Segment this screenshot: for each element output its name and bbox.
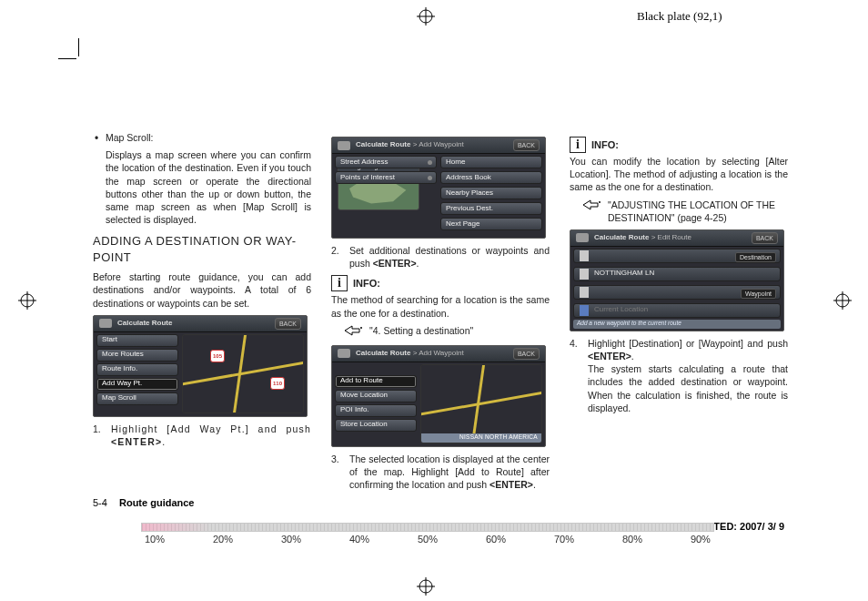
nav-btn-route-info: Route Info.: [96, 363, 178, 376]
step-number: 4.: [570, 337, 582, 362]
disc-icon: [338, 141, 350, 150]
nav-screenshot-4: Calculate Route > Edit Route BACK + Dest…: [570, 229, 784, 331]
result-text: The system starts calculating a route th…: [588, 362, 788, 414]
disc-icon: [576, 233, 589, 242]
step-text: Highlight [Destination] or [Waypoint] an…: [588, 337, 788, 362]
info-body: The method of searching for a location i…: [331, 293, 550, 319]
cross-reference: "ADJUSTING THE LOCATION OF THE DESTINATI…: [582, 199, 788, 224]
page-content: Map Scroll: Displays a map screen where …: [64, 44, 804, 563]
registration-mark: [833, 291, 852, 310]
route-row: + Waypoint: [573, 285, 781, 300]
route-shield: 110: [270, 377, 285, 390]
route-row: NOTTINGHAM LN: [573, 267, 781, 281]
disc-icon: [99, 319, 112, 328]
info-icon: i: [331, 275, 348, 291]
bullet-title: Map Scroll:: [106, 131, 311, 144]
nav-breadcrumb: Calculate Route > Add Waypoint: [356, 140, 508, 150]
nav-hint: Add a new waypoint to the current route: [573, 320, 781, 329]
disc-icon: [338, 349, 350, 358]
percent-labels: 10% 20% 30% 40% 50% 60% 70% 80% 90%: [141, 534, 714, 545]
nav-breadcrumb: Calculate Route > Edit Route: [594, 233, 746, 243]
svg-point-12: [360, 327, 362, 329]
footer-left: 5-4 Route guidance: [93, 497, 194, 508]
nav-map: NISSAN NORTH AMERICA: [420, 364, 542, 443]
route-row: + Destination: [573, 249, 781, 263]
back-button: BACK: [275, 318, 301, 330]
percent-bar: 10% 20% 30% 40% 50% 60% 70% 80% 90%: [141, 523, 714, 546]
back-button: BACK: [752, 232, 778, 244]
step-number: 2.: [331, 244, 344, 270]
info-heading: i INFO:: [570, 137, 788, 153]
pointer-icon: [582, 199, 602, 214]
nav-banner: NISSAN NORTH AMERICA: [421, 433, 541, 443]
nav-btn-start: Start: [96, 334, 178, 347]
back-button: BACK: [513, 348, 540, 360]
flag-icon: [580, 269, 589, 280]
step-text: The selected location is displayed at th…: [349, 453, 550, 492]
svg-point-13: [599, 201, 601, 203]
nav-btn-nearby-places: Nearby Places: [440, 187, 542, 199]
nav-screenshot-2: Calculate Route > Add Waypoint BACK Chan…: [331, 137, 546, 239]
nav-btn-previous-dest: Previous Dest.: [440, 202, 542, 215]
nav-btn-street-address: Street Address: [335, 156, 437, 168]
info-icon: i: [570, 137, 586, 153]
nav-screenshot-1: Calculate Route BACK Start More Routes R…: [93, 315, 308, 417]
nav-btn-next-page: Next Page: [440, 218, 542, 230]
section-heading: ADDING A DESTINATION OR WAY-POINT: [93, 233, 311, 265]
car-icon: [580, 305, 589, 316]
nav-btn-store-location: Store Location: [335, 419, 417, 432]
nav-btn-add-to-route: Add to Route: [335, 375, 417, 388]
flag-icon: [580, 250, 589, 261]
step-number: 3.: [331, 453, 344, 492]
flag-icon: [580, 287, 589, 298]
pointer-icon: [344, 324, 364, 340]
nav-btn-poi: Points of Interest: [335, 171, 437, 184]
registration-mark: [18, 291, 36, 310]
column-2: Calculate Route > Add Waypoint BACK Chan…: [331, 131, 550, 491]
nav-btn-add-way-pt: Add Way Pt.: [96, 378, 178, 391]
nav-breadcrumb: Calculate Route > Add Waypoint: [356, 349, 508, 359]
nav-btn-poi-info: POI Info.: [335, 404, 417, 417]
nav-btn-move-location: Move Location: [335, 390, 417, 402]
nav-screenshot-3: Calculate Route > Add Waypoint BACK Add …: [331, 345, 546, 447]
column-1: Map Scroll: Displays a map screen where …: [93, 131, 311, 491]
registration-mark: [417, 577, 435, 596]
back-button: BACK: [513, 139, 540, 151]
nav-btn-map-scroll: Map Scroll: [96, 392, 178, 405]
plate-label: Black plate (92,1): [637, 9, 722, 24]
gradient-strip: [141, 523, 714, 532]
nav-btn-home: Home: [440, 156, 542, 168]
nav-breadcrumb: Calculate Route: [117, 319, 269, 329]
step-text: Highlight [Add Way Pt.] and push <ENTER>…: [111, 423, 311, 448]
section-intro: Before starting route guidance, you can …: [93, 270, 311, 310]
step-number: 1.: [93, 423, 106, 448]
column-3: i INFO: You can modify the location by s…: [570, 131, 788, 491]
info-body: You can modify the location by selecting…: [570, 155, 788, 194]
cross-reference: "4. Setting a destination": [344, 324, 550, 340]
step-text: Set additional destinations or waypoints…: [349, 244, 550, 270]
registration-mark: [417, 7, 435, 25]
info-heading: i INFO:: [331, 275, 550, 291]
nav-btn-more-routes: More Routes: [96, 349, 178, 362]
nav-btn-address-book: Address Book: [440, 171, 542, 184]
route-shield: 105: [210, 350, 225, 362]
bullet-body: Displays a map screen where you can conf…: [106, 148, 311, 226]
route-row: Current Location: [573, 303, 781, 318]
nav-map: 105 110: [182, 334, 304, 413]
